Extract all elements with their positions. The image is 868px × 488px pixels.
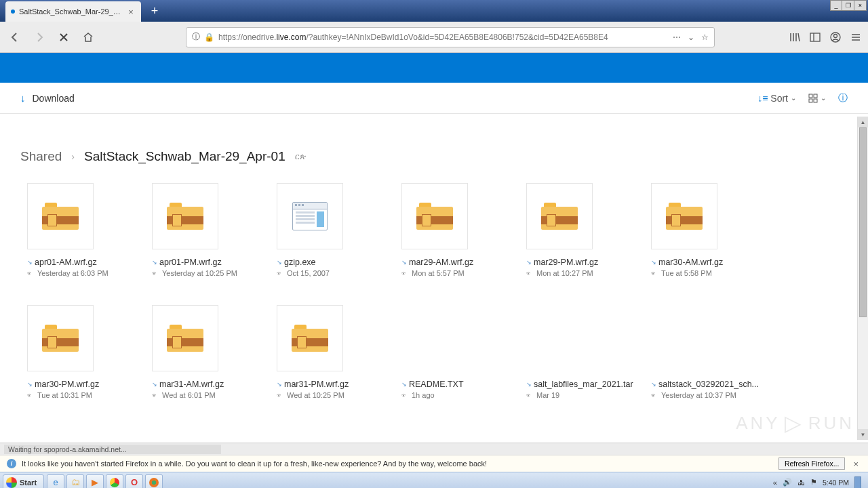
file-tile[interactable]: ↘README.TXTᯤ1h ago bbox=[395, 305, 519, 427]
back-button[interactable] bbox=[7, 29, 23, 45]
taskbar-ie-icon[interactable]: e bbox=[47, 474, 64, 489]
stop-button[interactable] bbox=[56, 29, 72, 45]
file-tile[interactable]: ↘salt_labfiles_mar_2021.tarᯤMar 19 bbox=[519, 305, 644, 427]
file-thumbnail bbox=[277, 305, 343, 371]
tray-show-desktop[interactable] bbox=[854, 476, 861, 489]
url-text: https://onedrive.live.com/?authkey=!ANnI… bbox=[218, 33, 669, 42]
forward-button[interactable] bbox=[31, 29, 47, 45]
close-notification-button[interactable]: × bbox=[850, 459, 861, 469]
file-thumbnail bbox=[27, 183, 94, 249]
archive-icon bbox=[541, 203, 578, 230]
file-tile[interactable]: ↘apr01-PM.wrf.gzᯤYesterday at 10:25 PM bbox=[145, 183, 270, 305]
archive-icon bbox=[416, 203, 453, 230]
start-button[interactable]: Start bbox=[3, 474, 44, 489]
shared-people-icon: ᯤ bbox=[27, 392, 34, 399]
menu-icon[interactable] bbox=[850, 32, 861, 43]
archive-icon bbox=[42, 203, 79, 230]
file-tile[interactable]: ↘saltstack_03292021_sch...ᯤYesterday at … bbox=[644, 305, 769, 427]
breadcrumb-root[interactable]: Shared bbox=[20, 149, 62, 164]
sidebar-icon[interactable] bbox=[810, 32, 821, 43]
file-tile[interactable]: ↘mar31-PM.wrf.gzᯤWed at 10:25 PM bbox=[270, 305, 395, 427]
taskbar: Start e 🗂 ▶ O « 🔊 🖧 ⚑ 5:40 PM bbox=[0, 472, 868, 488]
page-actions-icon[interactable]: ⋯ bbox=[673, 33, 681, 42]
shortcut-arrow-icon: ↘ bbox=[401, 381, 407, 388]
minimize-button[interactable]: _ bbox=[830, 0, 842, 11]
taskbar-chrome-icon[interactable] bbox=[106, 474, 123, 489]
account-icon[interactable] bbox=[830, 32, 841, 43]
restore-button[interactable]: ❐ bbox=[842, 0, 854, 11]
shared-people-icon: ᯤ bbox=[401, 270, 408, 277]
svg-point-3 bbox=[834, 34, 837, 37]
file-tile[interactable]: ↘apr01-AM.wrf.gzᯤYesterday at 6:03 PM bbox=[20, 183, 145, 305]
close-window-button[interactable]: × bbox=[854, 0, 867, 11]
tray-flag-icon[interactable]: ⚑ bbox=[810, 478, 817, 487]
tab-close-button[interactable]: × bbox=[126, 7, 136, 16]
file-tile[interactable]: ↘mar29-PM.wrf.gzᯤMon at 10:27 PM bbox=[519, 183, 644, 305]
new-tab-button[interactable]: + bbox=[145, 1, 164, 20]
archive-icon bbox=[292, 325, 328, 352]
file-thumbnail bbox=[277, 183, 343, 249]
file-name: gzip.exe bbox=[284, 258, 316, 267]
pocket-icon[interactable]: ⌄ bbox=[688, 33, 694, 42]
file-thumbnail bbox=[27, 305, 94, 371]
file-timestamp: Mon at 10:27 PM bbox=[536, 269, 593, 277]
vertical-scrollbar[interactable]: ▲ ▼ bbox=[857, 117, 868, 440]
tray-expand-icon[interactable]: « bbox=[773, 479, 777, 487]
taskbar-clock[interactable]: 5:40 PM bbox=[823, 479, 849, 487]
file-timestamp: Mon at 5:57 PM bbox=[412, 269, 465, 277]
file-thumbnail bbox=[152, 183, 218, 249]
taskbar-firefox-icon[interactable] bbox=[145, 474, 163, 489]
file-name: README.TXT bbox=[409, 380, 464, 389]
file-tile[interactable]: ↘mar31-AM.wrf.gzᯤWed at 6:01 PM bbox=[145, 305, 270, 427]
shared-people-icon: ᯤ bbox=[152, 392, 159, 399]
taskbar-explorer-icon[interactable]: 🗂 bbox=[66, 474, 84, 489]
bookmark-star-icon[interactable]: ☆ bbox=[701, 33, 709, 42]
lock-icon: 🔒 bbox=[204, 33, 214, 42]
home-button[interactable] bbox=[80, 29, 96, 45]
svg-rect-4 bbox=[809, 94, 812, 98]
view-button[interactable]: ⌄ bbox=[808, 94, 826, 103]
shared-people-icon: ᯤ bbox=[651, 270, 658, 277]
firefox-notification-bar: i It looks like you haven't started Fire… bbox=[0, 455, 868, 472]
library-icon[interactable] bbox=[789, 32, 800, 43]
tray-volume-icon[interactable]: 🔊 bbox=[783, 478, 792, 487]
info-icon[interactable]: ⓘ bbox=[192, 31, 200, 43]
info-button[interactable]: ⓘ bbox=[838, 92, 848, 104]
archive-icon bbox=[42, 325, 79, 352]
file-name: mar30-PM.wrf.gz bbox=[35, 380, 99, 389]
shortcut-arrow-icon: ↘ bbox=[152, 259, 157, 266]
onedrive-appbar bbox=[0, 53, 868, 83]
shared-people-icon: ᯤ bbox=[401, 392, 408, 399]
breadcrumb: Shared › SaltStack_Schwab_Mar-29_Apr-01 … bbox=[20, 149, 848, 164]
address-bar[interactable]: ⓘ 🔒 https://onedrive.live.com/?authkey=!… bbox=[186, 27, 715, 47]
status-text: Waiting for spoprod-a.akamaihd.net... bbox=[4, 445, 221, 454]
file-timestamp: Tue at 5:58 PM bbox=[661, 269, 712, 277]
sort-button[interactable]: ↓≡ Sort ⌄ bbox=[757, 93, 796, 104]
file-tile[interactable]: ↘mar30-PM.wrf.gzᯤTue at 10:31 PM bbox=[20, 305, 145, 427]
scroll-down-button[interactable]: ▼ bbox=[858, 429, 868, 440]
shared-people-icon: ᯤ bbox=[152, 270, 159, 277]
browser-tab[interactable]: SaltStack_Schwab_Mar-29_Apr-01 × bbox=[5, 1, 141, 22]
file-tile[interactable]: ↘mar30-AM.wrf.gzᯤTue at 5:58 PM bbox=[644, 183, 769, 305]
file-timestamp: Tue at 10:31 PM bbox=[37, 391, 92, 399]
taskbar-opera-icon[interactable]: O bbox=[125, 474, 143, 489]
svg-rect-6 bbox=[809, 99, 812, 102]
download-button[interactable]: ↓ Download bbox=[20, 92, 75, 104]
file-tile[interactable]: ↘mar29-AM.wrf.gzᯤMon at 5:57 PM bbox=[395, 183, 519, 305]
shortcut-arrow-icon: ↘ bbox=[152, 381, 157, 388]
file-tile[interactable]: ↘gzip.exeᯤOct 15, 2007 bbox=[270, 183, 395, 305]
file-name: mar31-AM.wrf.gz bbox=[159, 380, 224, 389]
file-thumbnail bbox=[401, 183, 468, 249]
tray-network-icon[interactable]: 🖧 bbox=[797, 479, 805, 487]
file-name: saltstack_03292021_sch... bbox=[658, 380, 759, 389]
shared-icon: ርጵ bbox=[295, 152, 306, 161]
refresh-firefox-button[interactable]: Refresh Firefox... bbox=[778, 458, 846, 470]
chevron-right-icon: › bbox=[71, 151, 75, 162]
sort-icon: ↓≡ bbox=[757, 93, 768, 104]
browser-toolbar: ⓘ 🔒 https://onedrive.live.com/?authkey=!… bbox=[0, 22, 868, 53]
scroll-up-button[interactable]: ▲ bbox=[858, 117, 868, 127]
file-name: mar30-AM.wrf.gz bbox=[658, 258, 723, 267]
taskbar-media-icon[interactable]: ▶ bbox=[86, 474, 104, 489]
notification-text: It looks like you haven't started Firefo… bbox=[22, 460, 487, 468]
scroll-thumb[interactable] bbox=[859, 127, 867, 317]
